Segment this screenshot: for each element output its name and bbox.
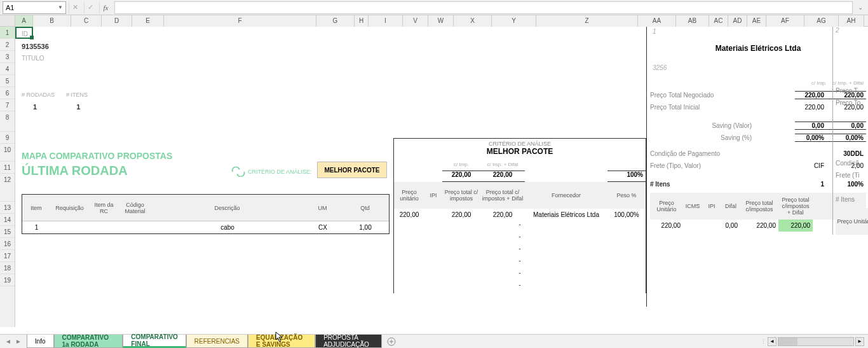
column-header[interactable]: W (428, 15, 454, 27)
column-header[interactable]: AD (728, 15, 747, 27)
fr-th: Preço Unitár (836, 208, 868, 235)
row-header[interactable]: 2 (0, 39, 15, 51)
row-header[interactable]: 12 (0, 174, 15, 202)
column-header[interactable]: H (355, 15, 369, 27)
table-cell[interactable]: 0,00 (721, 219, 740, 232)
row-header[interactable]: 6 (0, 87, 15, 99)
fx-icon[interactable]: fx (99, 1, 112, 14)
table-cell[interactable]: 220,00 (442, 209, 480, 221)
row-header[interactable]: 9 (0, 132, 15, 144)
column-header[interactable]: B (33, 15, 71, 27)
row-header[interactable]: 5 (0, 75, 15, 87)
column-header[interactable]: AC (709, 15, 728, 27)
table-cell[interactable]: 100,00% (607, 209, 646, 221)
table-cell[interactable]: Materiais Elétricos Ltda (525, 209, 607, 221)
mapa-title: MAPA COMPARATIVO PROPOSTAS (22, 151, 172, 161)
column-header[interactable]: X (454, 15, 492, 27)
ritens-label: # Itens (650, 181, 745, 188)
table-header: Difal (721, 193, 740, 219)
row-header[interactable]: 8 (0, 111, 15, 132)
column-header[interactable]: I (369, 15, 403, 27)
truncated-label (836, 63, 868, 75)
center-sub2: c/ Imp. + Difal (480, 162, 525, 171)
column-header[interactable]: F (164, 15, 316, 27)
table-cell[interactable]: cabo (151, 221, 304, 233)
row-header[interactable]: 17 (0, 250, 15, 262)
table-cell[interactable] (424, 209, 442, 221)
table-header: Qtd (342, 195, 389, 221)
table-header: Preço total c/ impostos (442, 182, 480, 209)
table-header: Peso % (607, 182, 646, 209)
table-cell[interactable]: CX (304, 221, 342, 233)
table-cell[interactable] (702, 219, 721, 232)
table-cell[interactable] (51, 221, 89, 233)
column-header[interactable]: A (15, 15, 33, 27)
ritens-v1: 1 (795, 181, 827, 188)
empty-row: - (394, 257, 646, 269)
empty-row: - (394, 281, 646, 293)
table-header: IPI (424, 182, 442, 209)
column-header[interactable]: D (102, 15, 132, 27)
rodada-title: ÚLTIMA RODADA (22, 164, 128, 178)
row-header[interactable]: 16 (0, 238, 15, 250)
truncated-label (836, 136, 868, 148)
table-cell[interactable]: 220,00 (740, 219, 778, 232)
select-all-corner[interactable] (0, 15, 15, 27)
name-box[interactable]: A1 ▼ (3, 1, 66, 14)
melhor-pacote-button[interactable]: MELHOR PACOTE (317, 162, 387, 178)
row-header[interactable]: 13 (0, 202, 15, 214)
itens-value: 1 (76, 103, 80, 111)
column-header[interactable]: V (403, 15, 428, 27)
table-cell[interactable]: 220,00 (778, 219, 813, 232)
table-cell[interactable]: 1 (22, 221, 51, 233)
row-header[interactable]: 15 (0, 226, 15, 238)
column-header[interactable]: AH (839, 15, 864, 27)
check-icon: ✓ (84, 1, 97, 14)
column-header[interactable]: AB (676, 15, 709, 27)
rodadas-label: # RODADAS (22, 92, 55, 98)
column-header[interactable]: AG (804, 15, 839, 27)
truncated-label (836, 51, 868, 63)
empty-row: - (394, 221, 646, 233)
table-cell[interactable] (119, 221, 151, 233)
column-header[interactable]: AF (766, 15, 804, 27)
row-header[interactable]: 4 (0, 63, 15, 75)
table-cell[interactable]: 220,00 (394, 209, 424, 221)
truncated-label: Preço To (836, 99, 868, 111)
table-cell[interactable] (89, 221, 119, 233)
column-header[interactable]: AA (638, 15, 676, 27)
column-header[interactable]: Z (536, 15, 638, 27)
table-cell[interactable] (683, 219, 702, 232)
name-box-value: A1 (6, 4, 14, 11)
column-headers: ABCDEFGHIVWXYZAAABACADAEAFAGAH (0, 15, 868, 27)
expand-formula-icon[interactable]: ⌄ (855, 4, 865, 11)
row-header[interactable]: 18 (0, 262, 15, 274)
table-header: Preço total c/impostos + Difal (778, 193, 813, 219)
row-header[interactable]: 7 (0, 99, 15, 111)
formula-input[interactable] (114, 1, 853, 14)
column-header[interactable]: C (71, 15, 102, 27)
table-cell[interactable]: 220,00 (650, 219, 683, 232)
grid-body[interactable]: ID 9135536 TITULO # RODADAS # ITENS 1 1 (15, 27, 868, 327)
table-cell[interactable]: 220,00 (480, 209, 525, 221)
row-header[interactable]: 1 (0, 27, 15, 39)
right-sub1: c/ Imp. (795, 80, 827, 89)
empty-row: - (394, 245, 646, 257)
table-cell[interactable]: 1,00 (342, 221, 389, 233)
row-header[interactable]: 3 (0, 51, 15, 63)
melhor-pacote-label: MELHOR PACOTE (324, 167, 379, 174)
row-header[interactable]: 14 (0, 214, 15, 226)
name-box-dropdown-icon[interactable]: ▼ (58, 4, 63, 10)
table-header: ICMS (683, 193, 702, 219)
column-header[interactable]: AE (747, 15, 766, 27)
column-header[interactable]: Y (492, 15, 536, 27)
criterio-text: CRITÉRIO DE ANÁLISE: (248, 169, 312, 175)
column-header[interactable]: E (132, 15, 164, 27)
rodadas-value: 1 (33, 103, 37, 111)
truncated-label: Preço T (836, 87, 868, 99)
center-val1: 220,00 (442, 171, 480, 182)
row-header[interactable]: 19 (0, 274, 15, 286)
row-header[interactable]: 10 (0, 144, 15, 162)
column-header[interactable]: G (316, 15, 355, 27)
row-header[interactable]: 11 (0, 162, 15, 174)
